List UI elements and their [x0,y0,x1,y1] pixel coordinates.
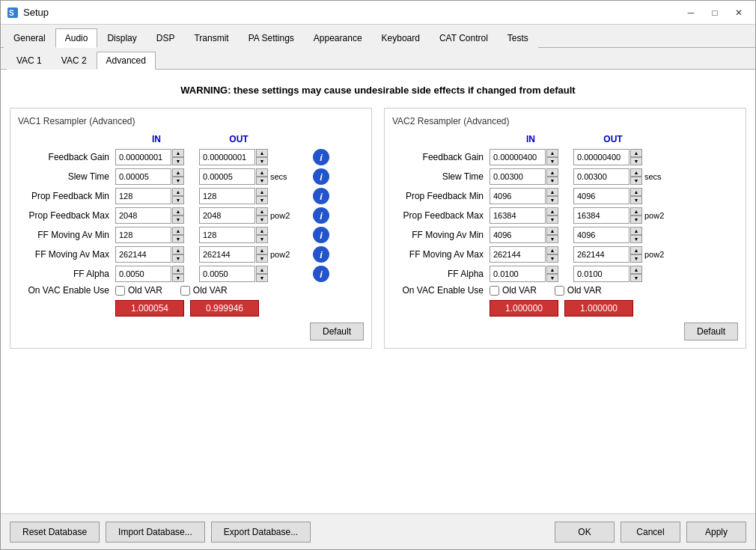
vac2-prop-fb-min-out-down[interactable]: ▼ [630,196,642,204]
vac1-feedback-gain-out-input[interactable] [199,149,255,165]
vac1-red-val1-input[interactable] [115,300,184,317]
vac1-prop-fb-min-out-input[interactable] [199,188,255,204]
close-button[interactable]: ✕ [728,4,749,21]
vac1-ff-av-min-out-up[interactable]: ▲ [256,227,268,235]
vac2-slew-time-in-input[interactable] [490,168,546,185]
import-database-button[interactable]: Import Database... [106,522,205,543]
vac1-ff-av-max-out-up[interactable]: ▲ [256,246,268,254]
vac1-slew-time-in-input[interactable] [115,168,171,185]
vac1-feedback-gain-out-up[interactable]: ▲ [256,149,268,157]
vac2-feedback-gain-in-input[interactable] [490,149,546,165]
vac1-ff-alpha-in-input[interactable] [115,266,171,282]
vac2-ff-av-max-out-input[interactable] [573,246,630,263]
vac1-slew-time-in-up[interactable]: ▲ [172,168,184,177]
vac2-prop-fb-max-out-down[interactable]: ▼ [630,216,642,224]
vac1-default-button[interactable]: Default [310,323,364,340]
tab-keyboard[interactable]: Keyboard [372,28,430,48]
vac1-prop-fb-min-in-up[interactable]: ▲ [172,188,184,196]
vac2-ff-alpha-in-down[interactable]: ▼ [546,274,558,282]
vac2-ff-av-min-out-input[interactable] [573,227,630,243]
vac1-ff-av-max-info-icon[interactable]: i [313,246,329,263]
tab-transmit[interactable]: Transmit [184,28,238,48]
ok-button[interactable]: OK [555,522,615,543]
vac2-ff-av-min-out-up[interactable]: ▲ [630,227,642,235]
vac2-slew-time-out-down[interactable]: ▼ [630,177,642,185]
vac2-ff-av-max-in-down[interactable]: ▼ [546,254,558,263]
vac1-ff-av-max-out-input[interactable] [199,246,255,263]
vac1-slew-time-out-input[interactable] [199,168,255,185]
tab-appearance[interactable]: Appearance [304,28,372,48]
apply-button[interactable]: Apply [686,522,746,543]
vac1-prop-fb-max-info-icon[interactable]: i [313,207,329,224]
vac2-ff-alpha-out-input[interactable] [573,266,630,282]
vac1-ff-av-min-info-icon[interactable]: i [313,227,329,243]
sub-tab-vac2[interactable]: VAC 2 [52,52,97,70]
vac1-prop-fb-min-info-icon[interactable]: i [313,188,329,204]
maximize-button[interactable]: □ [704,4,725,21]
vac1-ff-av-min-in-down[interactable]: ▼ [172,235,184,243]
vac1-prop-fb-max-out-up[interactable]: ▲ [256,207,268,216]
reset-database-button[interactable]: Reset Database [10,522,100,543]
vac1-ff-av-min-in-up[interactable]: ▲ [172,227,184,235]
vac1-feedback-gain-in-input[interactable] [115,149,171,165]
minimize-button[interactable]: ─ [680,4,701,21]
vac1-prop-fb-max-in-input[interactable] [115,207,171,224]
sub-tab-advanced[interactable]: Advanced [97,52,156,70]
vac1-ff-alpha-out-down[interactable]: ▼ [256,274,268,282]
vac2-prop-fb-min-in-down[interactable]: ▼ [546,196,558,204]
vac2-slew-time-in-up[interactable]: ▲ [546,168,558,177]
vac2-prop-fb-min-out-up[interactable]: ▲ [630,188,642,196]
vac2-prop-fb-max-in-input[interactable] [490,207,546,224]
sub-tab-vac1[interactable]: VAC 1 [7,52,52,70]
tab-dsp[interactable]: DSP [147,28,185,48]
vac2-ff-av-min-in-input[interactable] [490,227,546,243]
vac2-slew-time-in-down[interactable]: ▼ [546,177,558,185]
vac1-ff-alpha-info-icon[interactable]: i [313,266,329,282]
vac2-prop-fb-max-in-up[interactable]: ▲ [546,207,558,216]
tab-cat-control[interactable]: CAT Control [430,28,498,48]
vac2-red-val2-input[interactable] [564,300,633,317]
tab-display[interactable]: Display [97,28,146,48]
vac1-ff-av-min-out-down[interactable]: ▼ [256,235,268,243]
vac1-prop-fb-min-out-down[interactable]: ▼ [256,196,268,204]
vac2-feedback-gain-in-up[interactable]: ▲ [546,149,558,157]
vac1-prop-fb-max-in-down[interactable]: ▼ [172,216,184,224]
tab-tests[interactable]: Tests [498,28,538,48]
vac1-red-val2-input[interactable] [190,300,259,317]
cancel-button[interactable]: Cancel [621,522,680,543]
vac1-slew-time-in-down[interactable]: ▼ [172,177,184,185]
vac1-slew-time-info-icon[interactable]: i [313,168,329,185]
vac2-ff-av-max-in-up[interactable]: ▲ [546,246,558,254]
vac1-ff-av-min-in-input[interactable] [115,227,171,243]
vac2-ff-alpha-in-input[interactable] [490,266,546,282]
vac1-ff-av-max-in-up[interactable]: ▲ [172,246,184,254]
vac2-ff-av-max-in-input[interactable] [490,246,546,263]
vac2-ff-av-min-out-down[interactable]: ▼ [630,235,642,243]
vac2-old-var-in-checkbox[interactable] [490,286,499,296]
vac2-slew-time-out-up[interactable]: ▲ [630,168,642,177]
vac1-ff-alpha-out-up[interactable]: ▲ [256,266,268,274]
vac1-ff-av-max-in-down[interactable]: ▼ [172,254,184,263]
vac1-old-var-in-checkbox[interactable] [115,286,125,296]
vac2-prop-fb-min-in-up[interactable]: ▲ [546,188,558,196]
vac2-ff-av-max-out-up[interactable]: ▲ [630,246,642,254]
vac1-ff-alpha-in-down[interactable]: ▼ [172,274,184,282]
vac1-feedback-gain-info-icon[interactable]: i [313,149,329,165]
vac1-prop-fb-min-in-input[interactable] [115,188,171,204]
vac2-prop-fb-max-out-up[interactable]: ▲ [630,207,642,216]
vac1-prop-fb-max-in-up[interactable]: ▲ [172,207,184,216]
vac1-prop-fb-min-in-down[interactable]: ▼ [172,196,184,204]
vac2-prop-fb-min-out-input[interactable] [573,188,630,204]
vac2-prop-fb-max-out-input[interactable] [573,207,630,224]
vac1-prop-fb-max-out-down[interactable]: ▼ [256,216,268,224]
vac2-feedback-gain-out-down[interactable]: ▼ [630,157,642,165]
vac1-feedback-gain-in-up[interactable]: ▲ [172,149,184,157]
vac1-ff-alpha-in-up[interactable]: ▲ [172,266,184,274]
vac1-slew-time-out-up[interactable]: ▲ [256,168,268,177]
vac2-feedback-gain-in-down[interactable]: ▼ [546,157,558,165]
vac2-slew-time-out-input[interactable] [573,168,630,185]
vac2-prop-fb-min-in-input[interactable] [490,188,546,204]
export-database-button[interactable]: Export Database... [211,522,311,543]
vac2-prop-fb-max-in-down[interactable]: ▼ [546,216,558,224]
vac1-old-var-out-checkbox[interactable] [180,286,190,296]
